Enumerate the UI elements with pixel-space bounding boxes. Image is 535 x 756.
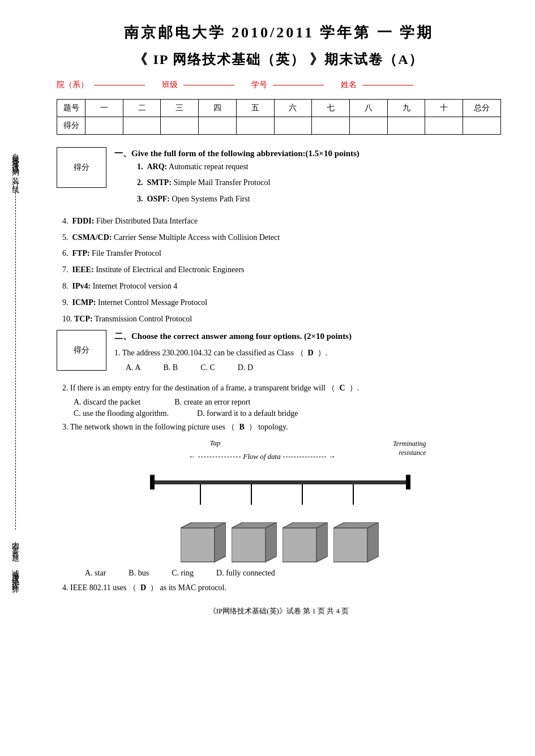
q2-3: 3. The network shown in the following pi… — [62, 420, 501, 434]
choice-b1: B. B — [163, 363, 178, 372]
choice-b2: B. create an error report — [174, 398, 250, 407]
col-total: 总分 — [463, 100, 501, 117]
score-table-header-row: 题号 一 二 三 四 五 六 七 八 九 十 总分 — [57, 100, 501, 117]
col-tihao: 题号 — [57, 100, 85, 117]
q2-1-choices: A. A B. B C. C D. D — [126, 363, 501, 372]
computer2 — [232, 522, 270, 561]
svg-marker-3 — [232, 528, 266, 562]
info-row: 院（系） 班级 学号 姓名 — [57, 80, 501, 90]
col-9: 九 — [387, 100, 425, 117]
col-2: 二 — [123, 100, 161, 117]
sidebar-inner-text: 内不要答题 — [12, 535, 20, 552]
title-section: 南京邮电大学 2010/2011 学年第 一 学期 《 IP 网络技术基础（英）… — [57, 23, 501, 68]
col-8: 八 — [350, 100, 388, 117]
computer1 — [181, 522, 219, 561]
connector2 — [251, 484, 252, 505]
computer4 — [333, 522, 372, 561]
col-4: 四 — [199, 100, 237, 117]
q1-6: 6. FTP: File Transfer Protocol — [62, 247, 501, 260]
field-banji — [183, 85, 234, 85]
left-terminator — [150, 475, 155, 489]
section2-title: 二、Choose the correct answer among four o… — [114, 330, 501, 343]
col-6: 六 — [274, 100, 312, 117]
q1-7: 7. IEEE: Institute of Electrical and Ele… — [62, 263, 501, 277]
q1-8: 8. IPv4: Internet Protocol version 4 — [62, 280, 501, 293]
connector1 — [200, 484, 201, 505]
q2-4: 4. IEEE 802.11 uses （ D ） as its MAC pro… — [62, 581, 501, 595]
right-terminator — [406, 475, 410, 489]
q1-3: 3. OSPF: Open Systems Path First — [137, 192, 501, 206]
label-xuehao: 学号 — [251, 80, 267, 90]
q2-2-choices-row2: C. use the flooding algorithm. D. forwar… — [74, 409, 501, 418]
choice-d3: D. fully connected — [216, 569, 275, 578]
score-table: 题号 一 二 三 四 五 六 七 八 九 十 总分 得分 — [57, 99, 501, 135]
choice-c2: C. use the flooding algorithm. — [74, 409, 169, 418]
field-xingming — [362, 85, 413, 85]
col-1: 一 — [85, 100, 123, 117]
label-yuan: 院（系） — [57, 80, 88, 90]
choice-a3: A. star — [85, 569, 106, 578]
sidebar-zhuding: 装订线 — [12, 171, 20, 184]
section2: 得分 二、Choose the correct answer among fou… — [57, 330, 501, 375]
network-diagram: Tap ← Flow of data → Terminatingresistan… — [126, 436, 432, 566]
choice-a1: A. A — [126, 363, 140, 372]
choice-a2: A. discard the packet — [74, 398, 140, 407]
label-xingming: 姓名 — [341, 80, 357, 90]
bus-line — [153, 480, 408, 484]
q1-10: 10. TCP: Transmission Control Protocol — [62, 312, 501, 326]
label-defen: 得分 — [57, 117, 85, 135]
section1: 得分 一、Give the full form of the following… — [57, 147, 501, 209]
section1-extra: 4. FDDI: Fiber Distributed Data Interfac… — [62, 214, 501, 326]
q1-2: 2. SMTP: Simple Mail Transfer Protocol — [137, 176, 501, 190]
col-3: 三 — [161, 100, 199, 117]
q1-9: 9. ICMP: Internet Control Message Protoc… — [62, 296, 501, 310]
svg-marker-2 — [215, 522, 226, 562]
q2-2-choices: A. discard the packet B. create an error… — [74, 398, 501, 407]
col-7: 七 — [312, 100, 350, 117]
connector3 — [302, 484, 303, 505]
choice-d1: D. D — [238, 363, 253, 372]
sidebar-chengxin: 诚信考试绝不作弊 — [12, 564, 20, 582]
sidebar-top-text: 自觉遵守考试规则 — [10, 0, 22, 165]
label-banji: 班级 — [162, 80, 178, 90]
col-10: 十 — [425, 100, 463, 117]
score-table-data-row: 得分 — [57, 117, 501, 135]
field-yuan — [94, 85, 145, 85]
choice-b3: B. bus — [129, 569, 149, 578]
section1-content: 一、Give the full form of the following ab… — [114, 147, 501, 209]
svg-marker-0 — [181, 528, 215, 562]
q2-2: 2. If there is an empty entry for the de… — [62, 381, 501, 395]
q1-1: 1. ARQ: Automatic repeat request — [137, 160, 501, 174]
term-label: Terminatingresistance — [393, 440, 426, 457]
tap-label: Tap — [210, 439, 221, 448]
computer3 — [283, 522, 321, 561]
col-5: 五 — [236, 100, 274, 117]
choice-c1: C. C — [200, 363, 215, 372]
section1-score-box: 得分 — [57, 147, 106, 188]
field-xuehao — [273, 85, 324, 85]
connector4 — [353, 484, 354, 505]
flow-label: ← Flow of data → — [189, 452, 336, 461]
q2-3-choices: A. star B. bus C. ring D. fully connecte… — [85, 569, 501, 578]
choice-c3: C. ring — [172, 569, 194, 578]
page-title-main: 南京邮电大学 2010/2011 学年第 一 学期 — [57, 23, 501, 42]
svg-marker-5 — [266, 522, 277, 562]
svg-marker-9 — [333, 528, 367, 562]
section1-list: 1. ARQ: Automatic repeat request 2. SMTP… — [131, 160, 501, 206]
q1-5: 5. CSMA/CD: Carrier Sense Multiple Acces… — [62, 231, 501, 244]
svg-marker-6 — [283, 528, 316, 562]
section1-title: 一、Give the full form of the following ab… — [114, 147, 501, 160]
svg-marker-8 — [316, 522, 328, 562]
page-title-sub: 《 IP 网络技术基础（英） 》期末试卷（A） — [57, 50, 501, 68]
q1-4: 4. FDDI: Fiber Distributed Data Interfac… — [62, 214, 501, 228]
main-content: 南京邮电大学 2010/2011 学年第 一 学期 《 IP 网络技术基础（英）… — [57, 23, 501, 616]
section2-content: 二、Choose the correct answer among four o… — [114, 330, 501, 375]
left-sidebar: 自觉遵守考试规则 装订线 内不要答题 诚信考试绝不作弊 — [0, 0, 31, 756]
footer-text: 《IP网络技术基础(英)》试卷 第 1 页 共 4 页 — [57, 606, 501, 616]
choice-d2: D. forward it to a default bridge — [197, 409, 298, 418]
section2-score-box: 得分 — [57, 330, 106, 371]
q2-1: 1. The address 230.200.104.32 can be cla… — [114, 346, 501, 360]
svg-marker-11 — [367, 522, 379, 562]
